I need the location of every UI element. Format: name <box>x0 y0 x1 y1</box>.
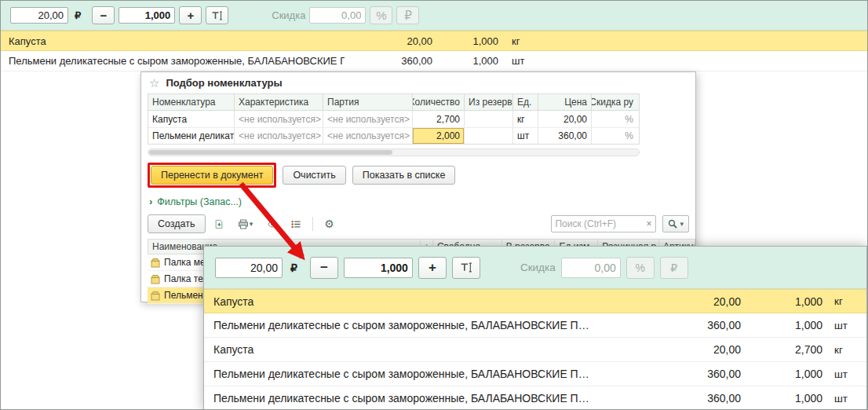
dropdown-icon: ▾ <box>250 220 253 228</box>
currency-label: ₽ <box>290 262 297 274</box>
currency-label: ₽ <box>75 9 81 21</box>
enter-quantity-button[interactable] <box>452 257 480 279</box>
item-price: 360,00 <box>647 368 741 380</box>
item-price: 20,00 <box>345 35 432 47</box>
printer-icon <box>238 219 249 229</box>
result-item-list: Капуста 20,00 1,000 кг Пельмени деликате… <box>204 289 866 410</box>
price-input[interactable] <box>215 258 283 278</box>
item-unit: кг <box>498 35 545 47</box>
result-row[interactable]: Капуста 20,00 2,700 кг <box>204 338 866 362</box>
col-batch[interactable]: Партия <box>323 94 413 110</box>
transfer-to-document-button[interactable]: Перенести в документ <box>151 166 273 185</box>
view-mode-button[interactable] <box>262 215 283 232</box>
search-box: × <box>551 215 656 232</box>
discount-percent-button: % <box>370 6 392 24</box>
settings-list-icon <box>291 220 301 229</box>
decrease-quantity-button[interactable]: − <box>310 257 338 279</box>
cell-discount: % <box>592 128 637 144</box>
col-quantity[interactable]: Количество <box>413 94 465 110</box>
result-row[interactable]: Пельмени деликатесные с сыром замороженн… <box>204 362 866 386</box>
item-unit: шт <box>822 320 863 331</box>
list-toolbar: Создать ▾ ⚙ × ▾ <box>148 214 689 233</box>
cell-quantity-selected[interactable]: 2,000 <box>413 128 465 144</box>
print-button[interactable]: ▾ <box>232 215 259 232</box>
increase-quantity-button[interactable]: + <box>179 6 202 24</box>
picker-grid: Номенклатура Характеристика Партия Колич… <box>148 93 640 145</box>
more-actions-button[interactable]: ⚙ <box>319 215 340 232</box>
item-name: Пельмени деликатесные с сыром замороженн… <box>9 55 345 67</box>
search-icon <box>668 219 677 229</box>
discount-input <box>561 258 621 278</box>
increase-quantity-button[interactable]: + <box>418 257 447 279</box>
item-name: Пельмени деликатесные с сыром замороженн… <box>213 368 647 380</box>
gear-icon: ⚙ <box>324 218 334 229</box>
search-input[interactable] <box>552 218 642 229</box>
list-settings-button[interactable] <box>286 215 306 232</box>
clear-button[interactable]: Очистить <box>283 166 345 185</box>
favorite-star-icon[interactable]: ☆ <box>149 77 159 89</box>
document-toolbar: ₽ − + Скидка % ₽ <box>1 1 867 31</box>
discount-percent-button: % <box>626 257 655 279</box>
cell-characteristic: <не используется> <box>235 111 323 127</box>
discount-ruble-button: ₽ <box>396 6 419 24</box>
clear-search-icon[interactable]: × <box>642 218 655 229</box>
picker-buttons: Перенести в документ Очистить Показать в… <box>148 163 695 188</box>
cell-nomenclature: Капуста <box>148 111 235 127</box>
cell-price: 20,00 <box>538 111 592 127</box>
quantity-input[interactable] <box>344 258 413 278</box>
result-row[interactable]: Капуста 20,00 1,000 кг <box>204 289 866 313</box>
price-input[interactable] <box>10 7 68 24</box>
document-row[interactable]: Пельмени деликатесные с сыром замороженн… <box>1 51 867 71</box>
picker-grid-row[interactable]: Капуста <не используется> <не использует… <box>148 111 639 127</box>
new-document-button[interactable] <box>209 215 229 232</box>
enter-quantity-button[interactable] <box>206 6 228 24</box>
item-price: 360,00 <box>647 392 741 405</box>
item-icon <box>151 291 160 301</box>
cell-from-reserve <box>465 128 513 144</box>
col-unit[interactable]: Ед. <box>513 94 538 110</box>
create-button[interactable]: Создать <box>148 214 206 233</box>
quantity-input[interactable] <box>119 7 175 24</box>
item-name: Капуста <box>213 295 647 308</box>
chevron-right-icon: › <box>149 196 152 207</box>
cell-discount: % <box>592 111 637 127</box>
item-price: 20,00 <box>647 295 741 308</box>
toolbar-separator <box>312 217 313 231</box>
filters-link-label: Фильтры (Запас...) <box>157 196 242 207</box>
filters-link[interactable]: › Фильтры (Запас...) <box>149 196 695 207</box>
decrease-quantity-button[interactable]: − <box>92 6 115 24</box>
document-icon <box>214 218 224 230</box>
discount-ruble-button: ₽ <box>660 257 688 279</box>
col-discount[interactable]: Скидка ру <box>592 94 637 110</box>
quantity-cursor-icon <box>211 10 223 21</box>
horizontal-scrollbar[interactable] <box>148 148 640 156</box>
quantity-cursor-icon <box>460 262 472 273</box>
result-row[interactable]: Пельмени деликатесные с сыром замороженн… <box>204 313 866 338</box>
col-nomenclature[interactable]: Номенклатура <box>148 94 235 110</box>
discount-input <box>309 7 366 24</box>
col-price[interactable]: Цена <box>538 94 592 110</box>
document-item-list: Капуста 20,00 1,000 кг Пельмени деликате… <box>1 31 867 71</box>
screenshot-root: ₽ − + Скидка % ₽ Капуста 20,00 1,000 кг … <box>0 0 868 410</box>
cell-unit: кг <box>513 111 538 127</box>
col-characteristic[interactable]: Характеристика <box>235 94 323 110</box>
document-row[interactable]: Капуста 20,00 1,000 кг <box>1 31 867 51</box>
item-unit: кг <box>822 295 863 307</box>
item-name: Пельмени деликатесные с сыром замороженн… <box>213 392 647 405</box>
item-price: 360,00 <box>647 319 741 331</box>
dropdown-icon: ▾ <box>680 220 684 228</box>
item-name: Капуста <box>213 343 647 356</box>
item-unit: кг <box>822 344 863 356</box>
col-from-reserve[interactable]: Из резерва <box>465 94 513 110</box>
item-qty: 1,000 <box>741 392 822 405</box>
show-in-list-button[interactable]: Показать в списке <box>352 166 456 185</box>
result-row[interactable]: Пельмени деликатесные с сыром замороженн… <box>204 386 866 410</box>
search-options-button[interactable]: ▾ <box>662 215 689 232</box>
item-qty: 1,000 <box>432 55 498 67</box>
item-price: 20,00 <box>647 343 741 356</box>
scrollbar-thumb[interactable] <box>149 150 392 155</box>
cell-unit: шт <box>513 128 538 144</box>
dialog-title-bar: ☆ Подбор номенклатуры <box>141 72 695 93</box>
picker-grid-row[interactable]: Пельмени деликатесн… <не используется> <… <box>148 127 639 144</box>
eye-icon <box>268 220 277 229</box>
